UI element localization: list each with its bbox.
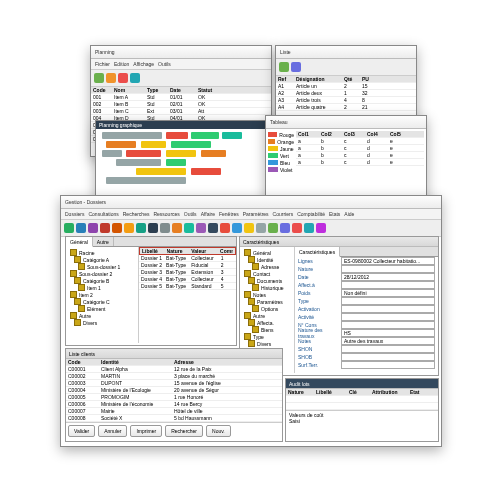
- toolbar-icon[interactable]: [244, 223, 254, 233]
- toolbar-icon[interactable]: [208, 223, 218, 233]
- tree-item[interactable]: Catégorie C: [68, 298, 136, 305]
- toolbar-icon[interactable]: [172, 223, 182, 233]
- col-header[interactable]: Qté: [344, 76, 359, 82]
- tree-item[interactable]: Adresse: [242, 263, 292, 270]
- col-header[interactable]: PU: [362, 76, 377, 82]
- tree-item[interactable]: Item 1: [68, 284, 136, 291]
- toolbar-icon[interactable]: [256, 223, 266, 233]
- toolbar-icon[interactable]: [316, 223, 326, 233]
- table-row[interactable]: abcde: [296, 159, 424, 166]
- tree-item[interactable]: Documents: [242, 277, 292, 284]
- menu-item[interactable]: Dossiers: [65, 211, 84, 217]
- field-input[interactable]: [341, 313, 435, 321]
- table-row[interactable]: C00004Ministère de l'Ecologie20 avenue d…: [66, 387, 282, 394]
- menu-item[interactable]: Courriers: [273, 211, 294, 217]
- tree-item[interactable]: Type: [242, 333, 292, 340]
- toolbar-icon[interactable]: [292, 223, 302, 233]
- table-row[interactable]: C00005PROMOGIM1 rue Honoré: [66, 394, 282, 401]
- field-input[interactable]: HS: [341, 329, 435, 337]
- field-input[interactable]: [341, 305, 435, 313]
- tb-icon[interactable]: [279, 62, 289, 72]
- field-input[interactable]: Non défini: [341, 289, 435, 297]
- toolbar-icon[interactable]: [100, 223, 110, 233]
- tree-item[interactable]: Affecta.: [242, 319, 292, 326]
- table-row[interactable]: Dossier 2Bat-TypeFiducial2: [139, 262, 236, 269]
- gantt-bar[interactable]: [136, 168, 186, 175]
- col-header[interactable]: Nature: [288, 389, 313, 395]
- toolbar-icon[interactable]: [76, 223, 86, 233]
- menu-item[interactable]: Affichage: [133, 61, 154, 67]
- gantt-bar[interactable]: [191, 132, 219, 139]
- field-input[interactable]: [341, 321, 435, 329]
- tb-icon[interactable]: [130, 73, 140, 83]
- toolbar-icon[interactable]: [124, 223, 134, 233]
- button[interactable]: Valider: [68, 425, 95, 437]
- table-row[interactable]: A1Article un215: [276, 83, 416, 90]
- col-header[interactable]: Désignation: [296, 76, 341, 82]
- toolbar-icon[interactable]: [160, 223, 170, 233]
- table-row[interactable]: C00006Ministère de l'économie14 rue Berc…: [66, 401, 282, 408]
- menu-item[interactable]: Fenêtres: [219, 211, 239, 217]
- table-row[interactable]: C00003DUPONT15 avenue de l'église: [66, 380, 282, 387]
- col-header[interactable]: Col5: [390, 131, 410, 137]
- table-row[interactable]: abcde: [296, 145, 424, 152]
- col-header[interactable]: Adresse: [174, 359, 264, 365]
- tree-item[interactable]: Historique: [242, 284, 292, 291]
- field-input[interactable]: [341, 281, 435, 289]
- col-header[interactable]: Type: [147, 87, 167, 93]
- gantt-bar[interactable]: [166, 132, 188, 139]
- gantt-bar[interactable]: [126, 150, 161, 157]
- col-header[interactable]: Col4: [367, 131, 387, 137]
- col-header[interactable]: Col2: [321, 131, 341, 137]
- col-header[interactable]: Libellé: [316, 389, 346, 395]
- field-input[interactable]: [341, 361, 435, 369]
- table-row[interactable]: 001Item AStd01/01OK: [91, 94, 271, 101]
- table-row[interactable]: [286, 403, 438, 410]
- table-row[interactable]: Dossier 5Bat-TypeStandard5: [139, 283, 236, 290]
- tab[interactable]: Caractéristiques: [295, 247, 340, 257]
- table-row[interactable]: Dossier 4Bat-TypeCollecteur4: [139, 276, 236, 283]
- tree-item[interactable]: Notes: [242, 291, 292, 298]
- gantt-bar[interactable]: [166, 150, 196, 157]
- table-row[interactable]: Dossier 3Bat-TypeExtension3: [139, 269, 236, 276]
- tree-item[interactable]: Sous-dossier 2: [68, 270, 136, 277]
- tree[interactable]: RacineCatégorie ASous-dossier 1Sous-doss…: [66, 247, 139, 343]
- gantt-bar[interactable]: [102, 150, 122, 157]
- menu-item[interactable]: Paramètres: [243, 211, 269, 217]
- menu-item[interactable]: Edition: [114, 61, 129, 67]
- table-row[interactable]: 002Item BStd02/01OK: [91, 101, 271, 108]
- field-input[interactable]: Autre des travaux: [341, 337, 435, 345]
- table-row[interactable]: A2Article deux132: [276, 90, 416, 97]
- tree-item[interactable]: Sous-dossier 1: [68, 263, 136, 270]
- col-header[interactable]: Col1: [298, 131, 318, 137]
- menu-item[interactable]: Comptabilité: [297, 211, 325, 217]
- field-input[interactable]: ES-0980002 Collecteur habitatio...: [341, 257, 435, 265]
- col-header[interactable]: Statut: [198, 87, 218, 93]
- menu-item[interactable]: Fichier: [95, 61, 110, 67]
- toolbar-icon[interactable]: [88, 223, 98, 233]
- gantt-bar[interactable]: [106, 141, 136, 148]
- field-input[interactable]: [341, 297, 435, 305]
- table-row[interactable]: 003Item CExt03/01Att: [91, 108, 271, 115]
- tree-item[interactable]: Contact: [242, 270, 292, 277]
- gantt-bar[interactable]: [222, 132, 242, 139]
- table-row[interactable]: Dossier 1Bat-TypeCollecteur1: [139, 255, 236, 262]
- menu-item[interactable]: Etats: [329, 211, 340, 217]
- tab[interactable]: Général: [66, 237, 93, 247]
- tb-icon[interactable]: [106, 73, 116, 83]
- tree-item[interactable]: Général: [242, 249, 292, 256]
- toolbar-icon[interactable]: [268, 223, 278, 233]
- tree-item[interactable]: Paramètres: [242, 298, 292, 305]
- tree-item[interactable]: Divers: [242, 340, 292, 347]
- button[interactable]: Nouv.: [206, 425, 231, 437]
- col-header[interactable]: Col3: [344, 131, 364, 137]
- table-row[interactable]: C00001Client Alpha12 rue de la Paix: [66, 366, 282, 373]
- col-header[interactable]: Ref: [278, 76, 293, 82]
- field-input[interactable]: [341, 265, 435, 273]
- button[interactable]: Rechercher: [165, 425, 203, 437]
- tree-item[interactable]: Identité: [242, 256, 292, 263]
- menu-item[interactable]: Consultations: [88, 211, 118, 217]
- col-header[interactable]: Code: [93, 87, 111, 93]
- col-header[interactable]: Attribution: [372, 389, 407, 395]
- col-header[interactable]: Nom: [114, 87, 144, 93]
